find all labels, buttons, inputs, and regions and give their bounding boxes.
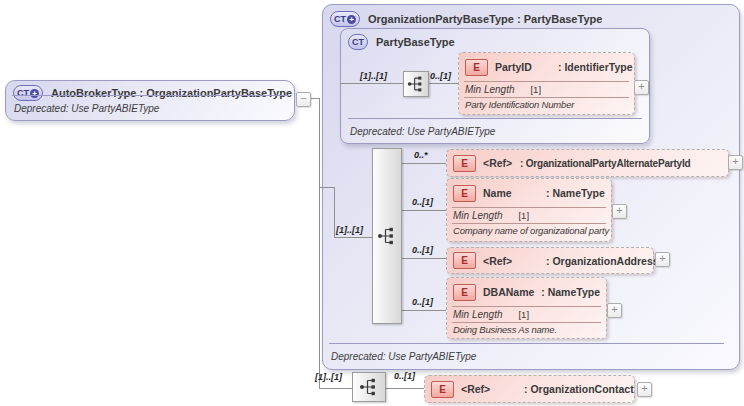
element-name: Name [483,187,539,199]
element-party-id[interactable]: E PartyID : IdentifierType Min Length [1… [458,52,635,115]
connector-line [384,388,424,389]
complex-type-icon: CT+ [330,11,360,27]
derived-plus-icon: + [347,15,356,24]
facet-name: Min Length [453,309,502,320]
element-ref-organization-address[interactable]: E <Ref> : OrganizationAddress [446,247,654,274]
cardinality-label: [1]..[1] [315,372,342,382]
connector-line [334,237,372,238]
element-annotation: Party Identification Number [459,98,634,115]
element-dba-name[interactable]: E DBAName : NameType Min Length [1] Doin… [446,277,607,339]
connector-line [334,187,335,237]
cardinality-label: 0..[1] [412,245,433,255]
element-type: : IdentifierType [558,61,632,73]
element-icon: E [465,59,488,76]
connector-line [400,258,446,259]
facet-name: Min Length [453,210,502,221]
facet-value: [1] [518,210,529,221]
element-type: : OrganizationContact [524,383,634,395]
connector-line [400,310,446,311]
expand-icon[interactable]: + [655,252,670,267]
element-annotation: Company name of organizational party [447,224,611,241]
deprecated-note: Deprecated: Use PartyABIEType [331,351,476,362]
cardinality-label: 0..[1] [394,371,415,381]
collapse-icon[interactable]: − [296,92,311,107]
sequence-compositor[interactable] [352,372,386,402]
element-name: <Ref> [483,157,513,169]
element-ref-organization-contact[interactable]: E <Ref> : OrganizationContact [424,375,635,403]
element-type: : OrganizationAddress [546,255,659,267]
complex-type-title: PartyBaseType [376,36,455,48]
element-annotation: Doing Business As name. [447,323,606,340]
cardinality-label: [1]..[1] [360,71,387,81]
sequence-compositor[interactable] [403,71,429,97]
cardinality-label: 0..[1] [430,71,451,81]
element-type: : OrganizationalPartyAlternatePartyId [520,158,690,169]
sequence-icon [406,74,426,94]
facet-value: [1] [518,309,529,320]
cardinality-label: 0..[1] [412,297,433,307]
expand-icon[interactable]: + [607,303,622,318]
connector-line [319,388,352,389]
complex-type-icon: CT [348,34,368,50]
cardinality-label: 0..[1] [412,197,433,207]
sequence-icon [376,225,398,247]
sequence-compositor-bar[interactable] [372,148,402,324]
element-ref-alternate-party-id[interactable]: E <Ref> : OrganizationalPartyAlternatePa… [446,149,729,177]
connector-line [319,187,334,188]
element-name: <Ref> [483,255,539,267]
expand-icon[interactable]: + [637,382,652,397]
element-icon: E [453,284,476,301]
cardinality-label: [1]..[1] [336,225,363,235]
element-icon: E [431,381,454,398]
element-name: PartyID [495,61,551,73]
connector-line [400,210,446,211]
connector-line [319,98,320,388]
expand-icon[interactable]: + [634,80,649,95]
element-name: <Ref> [461,383,517,395]
cardinality-label: 0..* [414,150,428,160]
connector-line [400,163,446,164]
expand-icon[interactable]: + [728,155,743,170]
facet-value: [1] [530,84,541,95]
connector-line [427,83,458,84]
xsd-diagram-canvas: CT+ AutoBrokerType : OrganizationPartyBa… [0,0,744,406]
element-name: DBAName [483,286,534,298]
element-icon: E [453,252,476,269]
element-icon: E [453,155,476,172]
facet-name: Min Length [465,84,514,95]
element-type: : NameType [546,187,605,199]
complex-type-title: OrganizationPartyBaseType : PartyBaseTyp… [368,13,602,25]
sequence-icon [358,376,380,398]
expand-icon[interactable]: + [612,204,627,219]
element-icon: E [453,185,476,202]
element-name-nametype[interactable]: E Name : NameType Min Length [1] Company… [446,178,612,242]
element-type: : NameType [541,286,600,298]
connector-line [340,83,403,84]
deprecated-note: Deprecated: Use PartyABIEType [350,126,495,137]
complex-type-auto-broker[interactable]: CT+ AutoBrokerType : OrganizationPartyBa… [5,80,295,121]
deprecated-note: Deprecated: Use PartyABIEType [14,103,159,114]
